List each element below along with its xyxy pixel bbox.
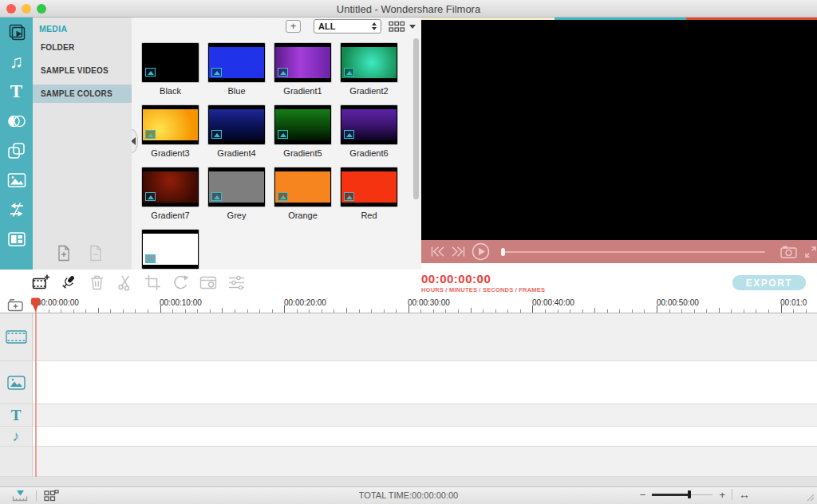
media-item-label: Grey [207,211,266,220]
statusbar: TOTAL TIME:00:00:00:00 − + ↔ [0,486,817,504]
text-track-header[interactable]: T [0,404,33,426]
advanced-settings-button[interactable] [227,274,246,292]
media-item[interactable]: Gradient4 [207,104,266,158]
sidebar-item-music[interactable]: ♫ [0,47,33,77]
media-item[interactable]: Gradient7 [141,167,199,220]
media-item[interactable]: Grey [207,167,266,220]
grid-view-icon [389,21,405,33]
timeline-zoom-slider[interactable] [652,490,712,499]
playhead-handle[interactable] [30,297,41,313]
media-item-label: Gradient2 [340,86,398,96]
nav-item-folder[interactable]: FOLDER [33,38,132,57]
media-item-label: Black [141,86,199,96]
audio-track[interactable] [33,427,817,446]
sidebar-item-swap[interactable] [0,195,33,224]
zoom-out-button[interactable]: − [640,490,646,500]
ruler-label: 00:00:20:00 [284,298,326,307]
media-item[interactable]: Blue [207,42,266,96]
snapshot-button[interactable] [780,245,797,258]
video-preview-screen[interactable] [421,20,817,240]
split-button[interactable] [116,274,134,292]
image-badge-icon [344,130,354,139]
sidebar-item-media[interactable] [0,18,33,47]
sidebar-item-pip[interactable] [0,136,33,165]
ruler-label: 00:01:0 [780,298,807,307]
library-scrollbar[interactable] [413,38,419,199]
seek-slider[interactable] [501,248,765,256]
sidebar-item-text[interactable]: T [0,77,33,106]
image-badge-icon [145,68,156,77]
ruler-label: 00:00:00:00 [37,298,79,307]
media-thumbnail [340,42,398,83]
view-mode-control[interactable] [389,21,416,33]
record-voiceover-button[interactable] [60,274,78,292]
media-thumbnail [274,42,332,83]
image-badge-icon [344,192,354,201]
image-track-header[interactable] [0,361,33,404]
image-badge-icon [145,192,156,201]
collapse-arrow-icon [132,137,136,145]
media-item-label: Red [340,211,398,220]
extra-track[interactable] [33,447,817,476]
timeline: 00:00:00:00 00:00:10:00 00:00:20:00 00:0… [0,297,817,486]
sidebar-item-transitions[interactable] [0,106,33,136]
audio-track-icon: ♪ [13,429,20,443]
action-cam-tool-button[interactable] [199,274,218,292]
media-thumbnail [274,104,332,145]
media-item[interactable] [141,229,199,270]
track-manager-icon[interactable] [6,298,25,313]
sidebar: ♫ T [0,18,33,270]
image-badge-icon [211,68,222,77]
media-item[interactable]: Orange [274,167,332,220]
media-thumbnail [207,104,266,145]
filter-select[interactable]: ALL [314,19,381,33]
fit-to-window-button[interactable]: ↔ [739,489,750,500]
nav-item-sample-colors[interactable]: SAMPLE COLORS [33,85,132,103]
video-track-header[interactable] [0,313,33,360]
image-track[interactable] [33,361,817,404]
sidebar-item-elements[interactable] [0,165,33,195]
image-badge-icon [278,68,288,77]
media-library-panel: + ALL Black Blue [132,18,421,270]
text-track[interactable] [33,404,817,426]
crop-button[interactable] [144,274,162,292]
media-nav-footer [57,245,103,262]
media-item[interactable]: Gradient6 [340,104,398,158]
resize-grip-icon[interactable] [807,494,815,502]
rotate-button[interactable] [172,274,190,292]
add-media-button[interactable]: + [286,20,301,33]
delete-button[interactable] [88,274,106,292]
timeline-scroll-area [0,477,817,486]
video-track-row [0,313,817,361]
audio-track-row: ♪ [0,427,817,447]
audio-track-header[interactable]: ♪ [0,427,33,446]
export-button[interactable]: EXPORT [732,275,806,290]
remove-file-icon[interactable] [89,245,103,262]
skip-to-end-button[interactable] [451,246,465,257]
media-item[interactable]: Red [340,167,398,220]
fullscreen-button[interactable] [804,246,817,258]
media-item[interactable]: Gradient5 [274,104,332,158]
add-media-to-timeline-button[interactable] [32,274,50,292]
zoom-in-button[interactable]: + [719,490,725,500]
collapse-panel-button[interactable] [132,129,138,153]
import-file-icon[interactable] [57,245,71,262]
media-thumbnail [141,167,199,207]
play-button[interactable] [472,242,490,261]
video-track[interactable] [33,313,817,360]
image-badge-icon [211,130,222,139]
image-badge-icon [211,192,222,201]
timeline-ruler[interactable]: 00:00:00:00 00:00:10:00 00:00:20:00 00:0… [0,297,817,313]
media-item[interactable]: Black [141,42,199,96]
media-item[interactable]: Gradient3 [141,104,199,158]
media-item[interactable]: Gradient2 [340,42,398,96]
playhead-line[interactable] [35,309,37,477]
image-badge-icon [145,130,156,139]
skip-to-start-button[interactable] [431,246,445,257]
media-item[interactable]: Gradient1 [274,42,332,96]
seek-handle[interactable] [501,248,505,256]
pip-overlay-icon [6,140,27,161]
nav-item-sample-videos[interactable]: SAMPLE VIDEOS [33,61,132,80]
zoom-slider-handle[interactable] [688,490,691,498]
sidebar-item-splitscreen[interactable] [0,224,33,254]
